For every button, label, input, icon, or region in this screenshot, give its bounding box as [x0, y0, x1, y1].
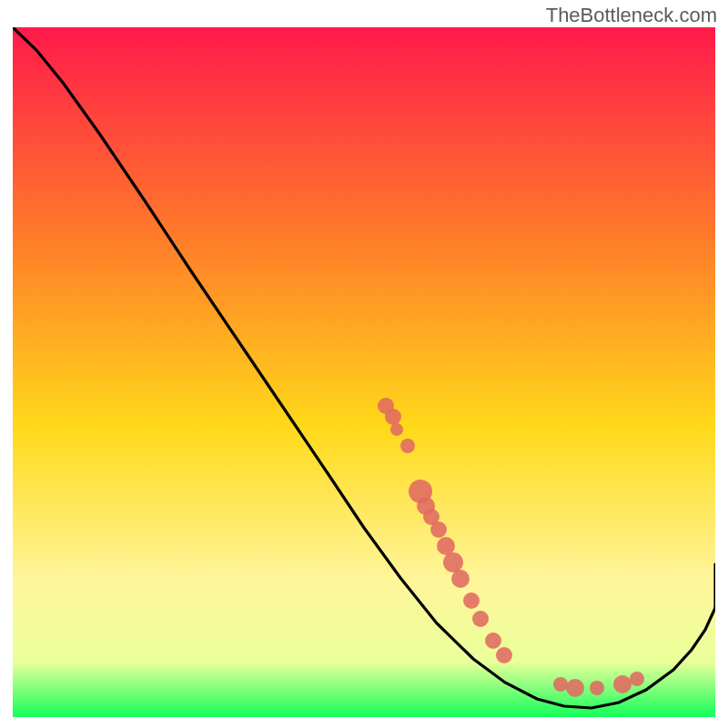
data-marker: [437, 537, 455, 555]
data-marker: [443, 552, 463, 572]
data-marker: [385, 409, 401, 425]
data-marker: [430, 521, 447, 538]
data-marker: [463, 592, 480, 609]
data-marker: [496, 647, 512, 663]
data-marker: [472, 611, 489, 627]
data-marker: [390, 423, 403, 436]
data-marker: [451, 570, 470, 588]
gradient-background: [13, 27, 715, 717]
data-marker: [566, 679, 584, 697]
data-marker: [485, 632, 501, 649]
data-marker: [400, 439, 415, 453]
chart-container: TheBottleneck.com: [0, 0, 728, 728]
data-marker: [553, 677, 568, 692]
data-marker: [613, 675, 632, 693]
bottleneck-curve-plot: [0, 0, 728, 728]
data-marker: [590, 681, 604, 695]
data-marker: [630, 672, 644, 686]
